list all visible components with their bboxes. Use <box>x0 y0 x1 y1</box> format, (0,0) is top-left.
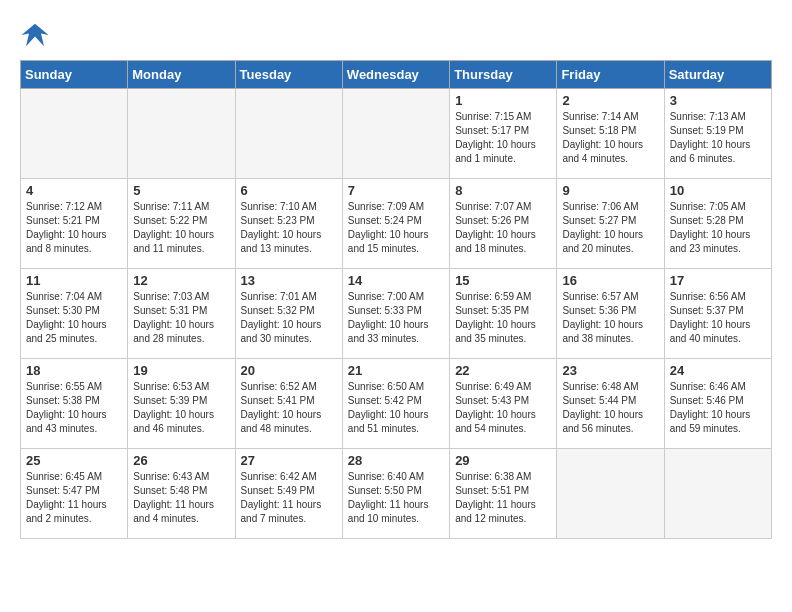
calendar-cell <box>342 89 449 179</box>
calendar-cell: 24Sunrise: 6:46 AMSunset: 5:46 PMDayligh… <box>664 359 771 449</box>
day-detail: Sunrise: 6:52 AMSunset: 5:41 PMDaylight:… <box>241 380 337 436</box>
calendar-cell: 1Sunrise: 7:15 AMSunset: 5:17 PMDaylight… <box>450 89 557 179</box>
day-number: 11 <box>26 273 122 288</box>
calendar-cell: 2Sunrise: 7:14 AMSunset: 5:18 PMDaylight… <box>557 89 664 179</box>
calendar-cell: 7Sunrise: 7:09 AMSunset: 5:24 PMDaylight… <box>342 179 449 269</box>
calendar-cell: 12Sunrise: 7:03 AMSunset: 5:31 PMDayligh… <box>128 269 235 359</box>
calendar-cell: 10Sunrise: 7:05 AMSunset: 5:28 PMDayligh… <box>664 179 771 269</box>
day-detail: Sunrise: 6:43 AMSunset: 5:48 PMDaylight:… <box>133 470 229 526</box>
day-detail: Sunrise: 6:50 AMSunset: 5:42 PMDaylight:… <box>348 380 444 436</box>
day-number: 22 <box>455 363 551 378</box>
calendar-cell <box>235 89 342 179</box>
day-number: 28 <box>348 453 444 468</box>
svg-marker-0 <box>22 24 49 47</box>
day-number: 10 <box>670 183 766 198</box>
day-number: 18 <box>26 363 122 378</box>
calendar-cell: 26Sunrise: 6:43 AMSunset: 5:48 PMDayligh… <box>128 449 235 539</box>
day-number: 9 <box>562 183 658 198</box>
day-number: 8 <box>455 183 551 198</box>
calendar-cell: 29Sunrise: 6:38 AMSunset: 5:51 PMDayligh… <box>450 449 557 539</box>
day-detail: Sunrise: 6:42 AMSunset: 5:49 PMDaylight:… <box>241 470 337 526</box>
day-detail: Sunrise: 6:38 AMSunset: 5:51 PMDaylight:… <box>455 470 551 526</box>
calendar-cell: 17Sunrise: 6:56 AMSunset: 5:37 PMDayligh… <box>664 269 771 359</box>
weekday-header: Tuesday <box>235 61 342 89</box>
calendar-cell: 18Sunrise: 6:55 AMSunset: 5:38 PMDayligh… <box>21 359 128 449</box>
logo-icon <box>20 20 50 50</box>
weekday-header: Saturday <box>664 61 771 89</box>
day-number: 19 <box>133 363 229 378</box>
day-detail: Sunrise: 7:14 AMSunset: 5:18 PMDaylight:… <box>562 110 658 166</box>
day-detail: Sunrise: 7:15 AMSunset: 5:17 PMDaylight:… <box>455 110 551 166</box>
calendar-table: SundayMondayTuesdayWednesdayThursdayFrid… <box>20 60 772 539</box>
calendar-cell: 22Sunrise: 6:49 AMSunset: 5:43 PMDayligh… <box>450 359 557 449</box>
day-detail: Sunrise: 7:00 AMSunset: 5:33 PMDaylight:… <box>348 290 444 346</box>
calendar-week-row: 4Sunrise: 7:12 AMSunset: 5:21 PMDaylight… <box>21 179 772 269</box>
day-number: 16 <box>562 273 658 288</box>
day-number: 21 <box>348 363 444 378</box>
calendar-cell <box>664 449 771 539</box>
day-number: 25 <box>26 453 122 468</box>
day-detail: Sunrise: 7:10 AMSunset: 5:23 PMDaylight:… <box>241 200 337 256</box>
day-detail: Sunrise: 6:48 AMSunset: 5:44 PMDaylight:… <box>562 380 658 436</box>
day-detail: Sunrise: 6:49 AMSunset: 5:43 PMDaylight:… <box>455 380 551 436</box>
day-number: 15 <box>455 273 551 288</box>
day-detail: Sunrise: 7:05 AMSunset: 5:28 PMDaylight:… <box>670 200 766 256</box>
day-number: 13 <box>241 273 337 288</box>
calendar-cell <box>128 89 235 179</box>
calendar-cell: 13Sunrise: 7:01 AMSunset: 5:32 PMDayligh… <box>235 269 342 359</box>
weekday-header: Sunday <box>21 61 128 89</box>
calendar-cell: 11Sunrise: 7:04 AMSunset: 5:30 PMDayligh… <box>21 269 128 359</box>
header <box>20 20 772 50</box>
calendar-cell: 25Sunrise: 6:45 AMSunset: 5:47 PMDayligh… <box>21 449 128 539</box>
calendar-cell: 28Sunrise: 6:40 AMSunset: 5:50 PMDayligh… <box>342 449 449 539</box>
weekday-header: Thursday <box>450 61 557 89</box>
calendar-cell <box>557 449 664 539</box>
calendar-cell: 14Sunrise: 7:00 AMSunset: 5:33 PMDayligh… <box>342 269 449 359</box>
calendar-cell: 23Sunrise: 6:48 AMSunset: 5:44 PMDayligh… <box>557 359 664 449</box>
day-number: 7 <box>348 183 444 198</box>
day-number: 6 <box>241 183 337 198</box>
day-detail: Sunrise: 6:53 AMSunset: 5:39 PMDaylight:… <box>133 380 229 436</box>
day-detail: Sunrise: 7:09 AMSunset: 5:24 PMDaylight:… <box>348 200 444 256</box>
day-detail: Sunrise: 6:40 AMSunset: 5:50 PMDaylight:… <box>348 470 444 526</box>
calendar-cell: 4Sunrise: 7:12 AMSunset: 5:21 PMDaylight… <box>21 179 128 269</box>
day-detail: Sunrise: 7:06 AMSunset: 5:27 PMDaylight:… <box>562 200 658 256</box>
day-number: 12 <box>133 273 229 288</box>
day-detail: Sunrise: 6:55 AMSunset: 5:38 PMDaylight:… <box>26 380 122 436</box>
day-detail: Sunrise: 6:56 AMSunset: 5:37 PMDaylight:… <box>670 290 766 346</box>
day-detail: Sunrise: 6:45 AMSunset: 5:47 PMDaylight:… <box>26 470 122 526</box>
day-number: 20 <box>241 363 337 378</box>
day-number: 3 <box>670 93 766 108</box>
day-detail: Sunrise: 7:07 AMSunset: 5:26 PMDaylight:… <box>455 200 551 256</box>
calendar-week-row: 18Sunrise: 6:55 AMSunset: 5:38 PMDayligh… <box>21 359 772 449</box>
day-number: 27 <box>241 453 337 468</box>
day-number: 24 <box>670 363 766 378</box>
calendar-cell: 6Sunrise: 7:10 AMSunset: 5:23 PMDaylight… <box>235 179 342 269</box>
weekday-header-row: SundayMondayTuesdayWednesdayThursdayFrid… <box>21 61 772 89</box>
day-number: 17 <box>670 273 766 288</box>
calendar-cell: 27Sunrise: 6:42 AMSunset: 5:49 PMDayligh… <box>235 449 342 539</box>
day-number: 1 <box>455 93 551 108</box>
weekday-header: Monday <box>128 61 235 89</box>
day-number: 14 <box>348 273 444 288</box>
day-detail: Sunrise: 7:12 AMSunset: 5:21 PMDaylight:… <box>26 200 122 256</box>
calendar-cell: 15Sunrise: 6:59 AMSunset: 5:35 PMDayligh… <box>450 269 557 359</box>
calendar-week-row: 25Sunrise: 6:45 AMSunset: 5:47 PMDayligh… <box>21 449 772 539</box>
day-detail: Sunrise: 7:11 AMSunset: 5:22 PMDaylight:… <box>133 200 229 256</box>
day-detail: Sunrise: 7:03 AMSunset: 5:31 PMDaylight:… <box>133 290 229 346</box>
logo <box>20 20 54 50</box>
calendar-cell <box>21 89 128 179</box>
weekday-header: Friday <box>557 61 664 89</box>
calendar-cell: 16Sunrise: 6:57 AMSunset: 5:36 PMDayligh… <box>557 269 664 359</box>
day-detail: Sunrise: 7:01 AMSunset: 5:32 PMDaylight:… <box>241 290 337 346</box>
day-number: 4 <box>26 183 122 198</box>
day-detail: Sunrise: 6:57 AMSunset: 5:36 PMDaylight:… <box>562 290 658 346</box>
day-number: 2 <box>562 93 658 108</box>
calendar-cell: 3Sunrise: 7:13 AMSunset: 5:19 PMDaylight… <box>664 89 771 179</box>
weekday-header: Wednesday <box>342 61 449 89</box>
calendar-week-row: 11Sunrise: 7:04 AMSunset: 5:30 PMDayligh… <box>21 269 772 359</box>
calendar-cell: 20Sunrise: 6:52 AMSunset: 5:41 PMDayligh… <box>235 359 342 449</box>
calendar-cell: 8Sunrise: 7:07 AMSunset: 5:26 PMDaylight… <box>450 179 557 269</box>
day-number: 23 <box>562 363 658 378</box>
day-number: 5 <box>133 183 229 198</box>
